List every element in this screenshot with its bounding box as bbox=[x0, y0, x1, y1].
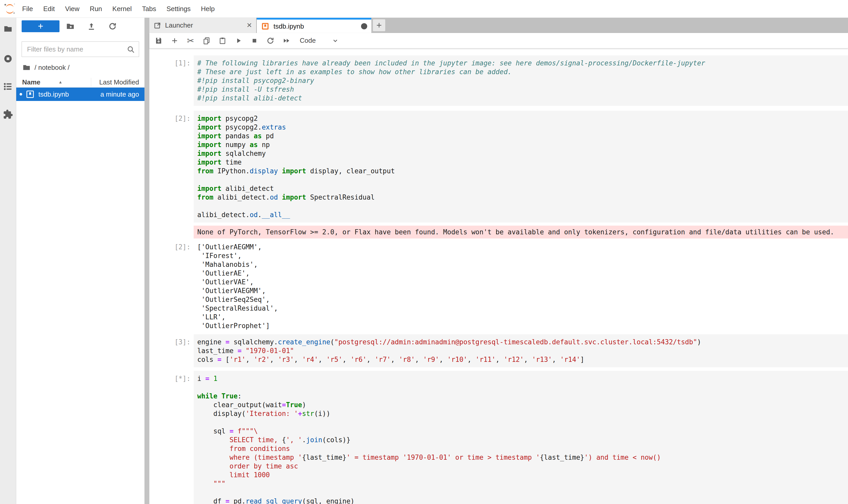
activity-bar bbox=[0, 18, 16, 504]
tab-tsdb-ipynb[interactable]: tsdb.ipynb bbox=[257, 18, 371, 33]
dock-tab-bar: Launcher✕tsdb.ipynb bbox=[149, 18, 848, 33]
menu-item-file[interactable]: File bbox=[22, 5, 33, 13]
notebook-toolbar: ✂ Code bbox=[149, 33, 848, 49]
jupyter-logo-icon bbox=[4, 2, 16, 15]
menu-bar: FileEditViewRunKernelTabsSettingsHelp bbox=[0, 0, 848, 18]
menu-items: FileEditViewRunKernelTabsSettingsHelp bbox=[22, 5, 225, 13]
restart-run-all-button[interactable] bbox=[281, 36, 291, 46]
add-cell-button[interactable] bbox=[169, 36, 180, 46]
file-row[interactable]: tsdb.ipynba minute ago bbox=[16, 88, 144, 101]
menu-item-edit[interactable]: Edit bbox=[43, 5, 55, 13]
menu-item-run[interactable]: Run bbox=[90, 5, 102, 13]
cell-editor[interactable]: i = 1 while True: clear_output(wait=True… bbox=[194, 371, 848, 504]
file-browser-panel: + bbox=[16, 18, 144, 504]
copy-cells-button[interactable] bbox=[201, 36, 212, 46]
column-name[interactable]: Name bbox=[16, 78, 40, 86]
cell-output-area: None of PyTorch, TensorFlow >= 2.0, or F… bbox=[194, 226, 848, 238]
file-name: tsdb.ipynb bbox=[38, 90, 69, 98]
cell-editor[interactable]: # The following libraries have already b… bbox=[194, 55, 848, 106]
close-icon[interactable]: ✕ bbox=[247, 21, 252, 29]
filter-files-box bbox=[22, 41, 139, 57]
search-icon bbox=[126, 45, 135, 54]
notebook-icon bbox=[261, 22, 270, 31]
execute-result: [2]:['OutlierAEGMM', 'IForest', 'Mahalan… bbox=[149, 241, 848, 331]
menu-item-settings[interactable]: Settings bbox=[166, 5, 191, 13]
menu-item-help[interactable]: Help bbox=[201, 5, 215, 13]
cell-editor[interactable]: import psycopg2import psycopg2.extrasimp… bbox=[194, 111, 848, 222]
cell-prompt: [2]: bbox=[149, 241, 194, 331]
sort-ascending-icon[interactable]: ▲ bbox=[58, 80, 62, 85]
code-cell: [3]:engine = sqlalchemy.create_engine("p… bbox=[149, 334, 848, 367]
cell-prompt bbox=[149, 226, 194, 238]
filter-files-input[interactable] bbox=[22, 42, 126, 57]
cell-type-select[interactable]: Code bbox=[300, 37, 316, 44]
file-list: tsdb.ipynba minute ago bbox=[16, 88, 144, 101]
menu-item-tabs[interactable]: Tabs bbox=[142, 5, 156, 13]
breadcrumb: / notebook / bbox=[22, 63, 144, 72]
sidebar-split-handle[interactable] bbox=[144, 18, 149, 504]
new-folder-icon[interactable] bbox=[66, 22, 75, 31]
restart-kernel-button[interactable] bbox=[265, 36, 275, 46]
file-browser-icon[interactable] bbox=[3, 23, 13, 34]
notebook-file-icon bbox=[25, 90, 35, 99]
home-folder-icon[interactable] bbox=[22, 63, 31, 72]
code-cell: [2]:import psycopg2import psycopg2.extra… bbox=[149, 111, 848, 222]
tab-label: Launcher bbox=[165, 21, 193, 29]
breadcrumb-path[interactable]: / notebook / bbox=[35, 64, 70, 72]
cell-prompt: [3]: bbox=[149, 334, 194, 367]
cell-editor[interactable]: engine = sqlalchemy.create_engine("postg… bbox=[194, 334, 848, 367]
interrupt-kernel-button[interactable] bbox=[249, 36, 259, 46]
main-dock: Launcher✕tsdb.ipynb ✂ bbox=[149, 18, 848, 504]
tab-launcher[interactable]: Launcher✕ bbox=[149, 18, 257, 33]
chevron-down-icon[interactable] bbox=[332, 37, 339, 44]
run-cell-button[interactable] bbox=[233, 36, 243, 46]
launcher-icon bbox=[154, 22, 161, 29]
menu-item-view[interactable]: View bbox=[65, 5, 79, 13]
cell-prompt: [*]: bbox=[149, 371, 194, 504]
code-cell: [*]:i = 1 while True: clear_output(wait=… bbox=[149, 371, 848, 504]
notebook-scroll-area[interactable]: [1]:# The following libraries have alrea… bbox=[149, 49, 848, 504]
cell-prompt: [2]: bbox=[149, 111, 194, 222]
new-tab-button[interactable] bbox=[373, 19, 385, 31]
upload-icon[interactable] bbox=[87, 22, 96, 31]
cell-prompt: [1]: bbox=[149, 55, 194, 106]
file-browser-toolbar: + bbox=[16, 18, 144, 32]
unsaved-indicator[interactable] bbox=[361, 23, 367, 29]
extension-manager-icon[interactable] bbox=[3, 109, 13, 120]
refresh-icon[interactable] bbox=[108, 22, 117, 31]
file-modified: a minute ago bbox=[101, 90, 144, 98]
running-dot bbox=[20, 93, 22, 95]
jupyterlab-window: FileEditViewRunKernelTabsSettingsHelp bbox=[0, 0, 848, 504]
menu-item-kernel[interactable]: Kernel bbox=[112, 5, 131, 13]
new-launcher-button[interactable]: + bbox=[22, 20, 59, 32]
cell-output-area: ['OutlierAEGMM', 'IForest', 'Mahalanobis… bbox=[194, 241, 848, 331]
code-cell: [1]:# The following libraries have alrea… bbox=[149, 55, 848, 106]
stderr-output: None of PyTorch, TensorFlow >= 2.0, or F… bbox=[149, 226, 848, 238]
file-list-header: Name ▲ Last Modified bbox=[16, 77, 144, 88]
column-last-modified[interactable]: Last Modified bbox=[99, 78, 144, 86]
table-of-contents-icon[interactable] bbox=[3, 81, 13, 92]
running-kernels-icon[interactable] bbox=[3, 53, 13, 64]
tab-label: tsdb.ipynb bbox=[273, 22, 304, 30]
save-button[interactable] bbox=[154, 36, 164, 46]
cut-cells-button[interactable]: ✂ bbox=[185, 36, 196, 46]
paste-cells-button[interactable] bbox=[217, 36, 228, 46]
